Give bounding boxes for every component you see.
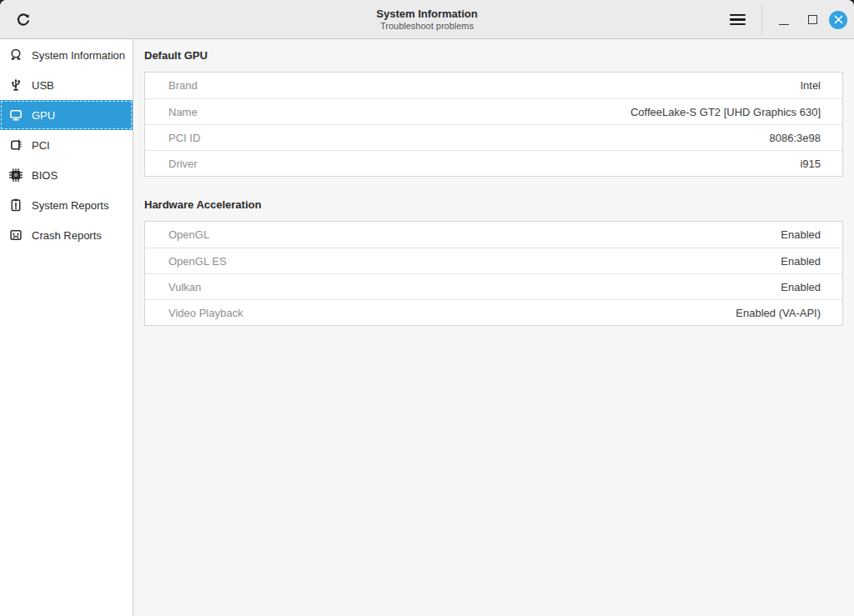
table-row: NameCoffeeLake-S GT2 [UHD Graphics 630] bbox=[145, 98, 842, 124]
maximize-icon bbox=[808, 15, 817, 24]
close-icon bbox=[834, 15, 843, 24]
row-value: 8086:3e98 bbox=[770, 132, 842, 144]
pci-card-icon bbox=[8, 138, 23, 153]
row-label: Vulkan bbox=[145, 281, 201, 293]
menu-button[interactable] bbox=[723, 6, 751, 34]
row-label: Driver bbox=[145, 158, 198, 170]
sidebar-item-label: BIOS bbox=[32, 169, 58, 182]
row-value: Enabled (VA-API) bbox=[736, 307, 842, 319]
minimize-button[interactable] bbox=[772, 8, 796, 32]
lightbulb-icon bbox=[8, 48, 23, 63]
section-title: Hardware Acceleration bbox=[144, 198, 843, 211]
sidebar-item-system-reports[interactable]: System Reports bbox=[0, 190, 133, 220]
row-label: Name bbox=[145, 106, 198, 118]
row-label: OpenGL ES bbox=[145, 255, 227, 268]
refresh-button[interactable] bbox=[8, 5, 38, 35]
sidebar-item-gpu[interactable]: GPU bbox=[0, 100, 133, 130]
row-label: OpenGL bbox=[145, 228, 209, 241]
table-row: BrandIntel bbox=[145, 73, 842, 98]
info-table: OpenGLEnabledOpenGL ESEnabledVulkanEnabl… bbox=[144, 221, 843, 326]
row-label: PCI ID bbox=[145, 132, 200, 144]
section-title: Default GPU bbox=[144, 49, 843, 62]
sidebar-item-label: System Information bbox=[32, 49, 125, 62]
sidebar-item-pci[interactable]: PCI bbox=[0, 130, 133, 160]
row-label: Brand bbox=[145, 79, 198, 92]
section-hardware-acceleration: Hardware AccelerationOpenGLEnabledOpenGL… bbox=[144, 198, 843, 326]
table-row: OpenGLEnabled bbox=[145, 222, 842, 248]
report-icon bbox=[8, 198, 23, 213]
sidebar-item-bios[interactable]: BIOS bbox=[0, 160, 133, 190]
sidebar: System InformationUSBGPUPCIBIOSSystem Re… bbox=[0, 39, 133, 616]
usb-icon bbox=[8, 78, 23, 93]
window-subtitle: Troubleshoot problems bbox=[380, 20, 474, 32]
main-content: Default GPUBrandIntelNameCoffeeLake-S GT… bbox=[133, 39, 854, 616]
table-row: VulkanEnabled bbox=[145, 273, 842, 299]
section-default-gpu: Default GPUBrandIntelNameCoffeeLake-S GT… bbox=[144, 49, 843, 177]
titlebar-separator bbox=[761, 5, 762, 35]
close-button[interactable] bbox=[829, 11, 847, 29]
table-row: PCI ID8086:3e98 bbox=[145, 124, 842, 150]
sidebar-item-label: PCI bbox=[32, 139, 50, 152]
titlebar: System Information Troubleshoot problems bbox=[0, 0, 854, 39]
window-title: System Information bbox=[376, 8, 477, 20]
row-value: Enabled bbox=[781, 281, 842, 293]
row-value: Enabled bbox=[781, 255, 842, 268]
table-row: OpenGL ESEnabled bbox=[145, 248, 842, 273]
refresh-icon bbox=[15, 12, 32, 28]
sidebar-item-label: System Reports bbox=[32, 199, 108, 212]
row-value: CoffeeLake-S GT2 [UHD Graphics 630] bbox=[630, 106, 842, 118]
app-window: System Information Troubleshoot problems bbox=[0, 0, 854, 616]
chip-icon bbox=[8, 168, 23, 183]
crash-icon bbox=[8, 228, 23, 243]
sidebar-item-usb[interactable]: USB bbox=[0, 70, 133, 100]
minimize-icon bbox=[779, 24, 789, 25]
sidebar-item-label: USB bbox=[32, 79, 54, 92]
sidebar-item-system-information[interactable]: System Information bbox=[0, 40, 133, 70]
display-icon bbox=[8, 108, 23, 123]
sidebar-item-crash-reports[interactable]: Crash Reports bbox=[0, 220, 133, 250]
row-value: Intel bbox=[800, 79, 842, 92]
sidebar-item-label: GPU bbox=[32, 109, 55, 122]
menu-icon bbox=[730, 14, 746, 26]
table-row: Driveri915 bbox=[145, 150, 842, 176]
info-table: BrandIntelNameCoffeeLake-S GT2 [UHD Grap… bbox=[144, 72, 843, 177]
row-value: Enabled bbox=[781, 228, 842, 241]
sidebar-item-label: Crash Reports bbox=[32, 229, 102, 242]
table-row: Video PlaybackEnabled (VA-API) bbox=[145, 299, 842, 325]
row-value: i915 bbox=[800, 158, 842, 170]
row-label: Video Playback bbox=[145, 307, 243, 319]
maximize-button[interactable] bbox=[801, 8, 824, 32]
